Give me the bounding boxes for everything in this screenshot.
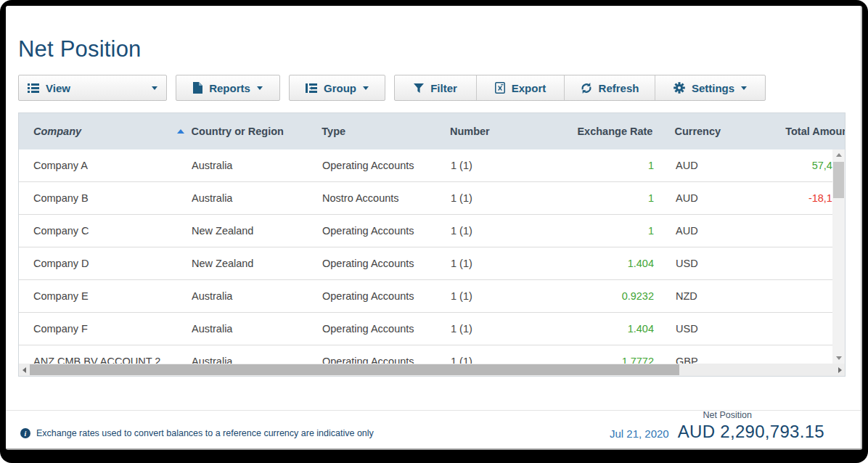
- column-header-exchange-rate[interactable]: Exchange Rate: [570, 126, 653, 137]
- export-button-label: Export: [512, 82, 546, 94]
- cell-rate: 1.404: [570, 247, 654, 280]
- table-row[interactable]: Company DNew ZealandOperating Accounts1 …: [19, 247, 834, 280]
- cell-rate: 1: [570, 182, 654, 215]
- cell-company: Company C: [19, 215, 192, 247]
- total-amount-text: 57,46: [812, 149, 834, 182]
- group-icon: [306, 83, 317, 93]
- column-header-type[interactable]: Type: [322, 126, 450, 137]
- cell-company: ANZ CMB BV ACCOUNT 2: [19, 345, 192, 364]
- column-header-total-amount[interactable]: Total Amount: [769, 126, 845, 137]
- table-row[interactable]: ANZ CMB BV ACCOUNT 2AustraliaOperating A…: [19, 345, 834, 364]
- column-header-total-amount-label: Total Amount: [785, 126, 845, 137]
- horizontal-scrollbar-thumb[interactable]: [30, 364, 679, 375]
- net-position-amount: AUD 2,290,793.15: [678, 422, 824, 442]
- horizontal-scrollbar[interactable]: [19, 364, 845, 376]
- page-title: Net Position: [18, 36, 142, 62]
- cell-type: Operating Accounts: [322, 345, 451, 364]
- net-position-table: Company Country or Region Type Number Ex…: [18, 112, 846, 377]
- net-position-page: Net Position View Reports Group: [6, 6, 862, 450]
- table-row[interactable]: Company EAustraliaOperating Accounts1 (1…: [19, 280, 834, 313]
- list-icon: [28, 83, 39, 93]
- table-row[interactable]: Company BAustraliaNostro Accounts1 (1)1A…: [19, 182, 834, 215]
- cell-currency: GBP: [654, 345, 770, 364]
- triangle-right-icon: [838, 367, 842, 373]
- cell-total-amount: 57,46: [770, 149, 834, 182]
- footer: Exchange rates used to convert balances …: [6, 410, 861, 448]
- net-position-summary: Net Position Jul 21, 2020 AUD 2,290,793.…: [610, 410, 824, 442]
- group-button[interactable]: Group: [289, 75, 385, 101]
- cell-currency: USD: [654, 313, 770, 345]
- cell-country: Australia: [192, 345, 322, 364]
- refresh-button-label: Refresh: [599, 82, 639, 94]
- cell-currency: AUD: [654, 182, 770, 215]
- cell-rate: 1: [570, 215, 654, 247]
- cell-rate: 0.9232: [570, 280, 654, 313]
- table-row[interactable]: Company AAustraliaOperating Accounts1 (1…: [19, 149, 834, 182]
- value-date: Jul 21, 2020: [610, 427, 669, 440]
- cell-total-amount: -18,16: [770, 182, 834, 215]
- cell-total-amount: 3: [770, 280, 834, 313]
- cell-type: Operating Accounts: [322, 149, 451, 182]
- cell-number: 1 (1): [451, 247, 570, 280]
- cell-number: 1 (1): [451, 313, 570, 345]
- table-header-row: Company Country or Region Type Number Ex…: [19, 113, 845, 149]
- view-button[interactable]: View: [18, 75, 167, 101]
- chevron-down-icon: [741, 86, 747, 90]
- column-header-number[interactable]: Number: [450, 126, 570, 137]
- view-button-label: View: [46, 82, 70, 94]
- scroll-up-button[interactable]: [832, 149, 845, 160]
- toolbar: View Reports Group Filter: [18, 75, 766, 101]
- settings-button-label: Settings: [692, 82, 734, 94]
- cell-type: Operating Accounts: [322, 215, 451, 247]
- cell-total-amount: [770, 345, 834, 364]
- triangle-left-icon: [22, 367, 26, 373]
- settings-button[interactable]: Settings: [655, 75, 765, 100]
- cell-company: Company E: [19, 280, 192, 313]
- info-icon: [20, 428, 30, 438]
- triangle-down-icon: [836, 356, 842, 360]
- cell-country: Australia: [192, 149, 322, 182]
- net-position-value: 2,290,793.15: [720, 422, 824, 441]
- sort-ascending-icon: [177, 129, 184, 134]
- scroll-down-button[interactable]: [832, 353, 845, 364]
- refresh-button[interactable]: Refresh: [564, 75, 655, 100]
- scroll-right-button[interactable]: [835, 364, 845, 376]
- cell-type: Nostro Accounts: [322, 182, 451, 215]
- report-icon: [193, 82, 202, 94]
- export-excel-icon: [495, 82, 505, 94]
- cell-number: 1 (1): [451, 215, 570, 247]
- cell-number: 1 (1): [451, 149, 570, 182]
- cell-number: 1 (1): [451, 345, 570, 364]
- filter-button[interactable]: Filter: [395, 75, 476, 100]
- column-header-company[interactable]: Company: [19, 126, 192, 137]
- cell-currency: AUD: [654, 149, 770, 182]
- vertical-scrollbar[interactable]: [832, 149, 845, 364]
- cell-country: New Zealand: [192, 215, 322, 247]
- column-header-country[interactable]: Country or Region: [192, 126, 322, 137]
- net-position-currency: AUD: [678, 422, 716, 441]
- cell-company: Company F: [19, 313, 192, 345]
- cell-rate: 1: [570, 149, 654, 182]
- export-button[interactable]: Export: [476, 75, 564, 100]
- vertical-scrollbar-thumb[interactable]: [833, 162, 844, 198]
- cell-total-amount: 3: [770, 313, 834, 345]
- column-header-company-label: Company: [33, 126, 81, 137]
- chevron-down-icon: [152, 86, 157, 90]
- reports-button[interactable]: Reports: [176, 75, 280, 101]
- cell-company: Company D: [19, 247, 192, 280]
- scroll-left-button[interactable]: [19, 364, 29, 376]
- cell-country: Australia: [192, 182, 322, 215]
- refresh-icon: [581, 83, 592, 94]
- exchange-rate-note: Exchange rates used to convert balances …: [20, 428, 374, 442]
- cell-type: Operating Accounts: [322, 280, 451, 313]
- table-row[interactable]: Company CNew ZealandOperating Accounts1 …: [19, 215, 834, 247]
- column-header-currency[interactable]: Currency: [652, 126, 769, 137]
- table-rows: Company AAustraliaOperating Accounts1 (1…: [19, 149, 834, 364]
- cell-currency: AUD: [654, 215, 770, 247]
- cell-country: Australia: [192, 280, 322, 313]
- table-row[interactable]: Company FAustraliaOperating Accounts1 (1…: [19, 313, 834, 345]
- triangle-up-icon: [836, 153, 842, 157]
- gear-icon: [673, 82, 685, 94]
- cell-number: 1 (1): [451, 182, 570, 215]
- cell-country: New Zealand: [192, 247, 322, 280]
